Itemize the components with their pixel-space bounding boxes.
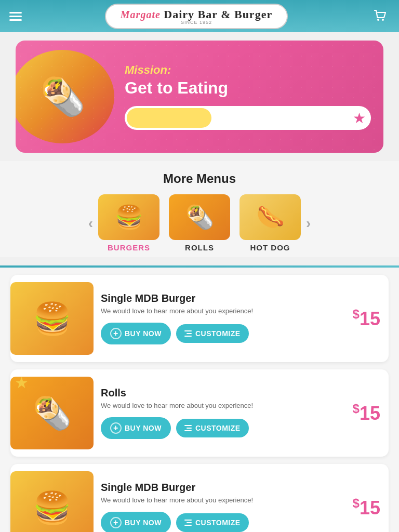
sliders-icon-2 [184,425,192,431]
customize-button-1[interactable]: CUSTOMIZE [176,324,249,343]
carousel-right-arrow[interactable]: › [301,215,316,232]
menu-item-hotdog-image: 🌭 [240,194,301,240]
food-card-3-price: $15 [353,496,380,519]
plus-icon-3: + [110,517,122,528]
plus-icon-2: + [110,422,122,434]
logo-text: Margate Dairy Bar & Burger [121,8,272,21]
hero-tagline: Get to Eating [125,79,371,97]
menu-item-burgers[interactable]: 🍔 BURGERS [98,194,159,252]
svg-point-1 [382,19,384,21]
svg-point-0 [377,19,379,21]
menu-item-hotdog[interactable]: 🌭 HOT DOG [240,194,301,252]
food-card-1-desc: We would love to hear more about you exp… [101,307,348,316]
hero-star-icon: ★ [353,109,366,126]
food-card-2: ★ 🌯 Rolls We would love to hear more abo… [10,369,389,457]
hero-mission: Mission: [125,63,371,77]
customize-label-3: CUSTOMIZE [195,518,241,527]
food-card-2-price: $15 [353,402,380,424]
buy-now-label-3: BUY NOW [125,518,162,527]
sliders-icon-3 [184,520,192,526]
customize-button-2[interactable]: CUSTOMIZE [176,419,249,437]
hero-progress-bar: ★ [125,106,371,130]
food-card-1-image: 🍔 [10,282,94,355]
food-card-2-desc: We would love to hear more about you exp… [101,401,348,410]
menu-item-burgers-image: 🍔 [98,194,159,240]
food-card-1-info: Single MDB Burger We would love to hear … [101,292,348,344]
food-card-1-actions: + BUY NOW CUSTOMIZE [101,323,348,344]
buy-now-button-3[interactable]: + BUY NOW [101,512,171,532]
more-menus-section: More Menus ‹ 🍔 BURGERS 🌯 ROLLS 🌭 HOT DOG… [0,161,399,257]
food-list: 🍔 Single MDB Burger We would love to hea… [0,268,399,532]
menu-item-rolls-label: ROLLS [185,243,214,252]
logo-name: Dairy Bar & Burger [164,8,272,21]
food-card-2-actions: + BUY NOW CUSTOMIZE [101,417,348,439]
hero-content: Mission: Get to Eating ★ [114,63,371,129]
food-card-1-price: $15 [353,307,380,330]
buy-now-button-2[interactable]: + BUY NOW [101,417,171,439]
buy-now-button-1[interactable]: + BUY NOW [101,323,171,344]
cart-icon[interactable] [371,7,390,25]
food-card-3-info: Single MDB Burger We would love to hear … [101,482,348,532]
menu-icon[interactable] [9,12,22,21]
hero-banner: 🌯 Mission: Get to Eating ★ [16,41,383,153]
food-card-3-name: Single MDB Burger [101,482,348,494]
food-card-1-name: Single MDB Burger [101,292,348,304]
logo-brand: Margate [121,9,161,20]
food-card-1: 🍔 Single MDB Burger We would love to hea… [10,275,389,362]
plus-icon-1: + [110,328,122,339]
food-card-3-image: 🍔 [10,471,94,532]
food-card-2-info: Rolls We would love to hear more about y… [101,387,348,438]
favorite-icon-2: ★ [15,377,29,392]
logo-container: Margate Dairy Bar & Burger SINCE 1952 [105,4,288,29]
app-header: Margate Dairy Bar & Burger SINCE 1952 [0,0,399,32]
buy-now-label-1: BUY NOW [125,329,162,338]
more-menus-title: More Menus [5,171,394,186]
sliders-icon-1 [184,330,192,337]
buy-now-label-2: BUY NOW [125,424,162,432]
menu-item-rolls-image: 🌯 [169,194,230,240]
customize-label-2: CUSTOMIZE [195,424,241,432]
customize-label-1: CUSTOMIZE [195,329,241,338]
food-card-3: 🍔 Single MDB Burger We would love to hea… [10,464,389,532]
menu-carousel: ‹ 🍔 BURGERS 🌯 ROLLS 🌭 HOT DOG › [5,194,394,252]
menu-item-burgers-label: BURGERS [108,243,150,252]
food-card-3-desc: We would love to hear more about you exp… [101,496,348,505]
menu-item-hotdog-label: HOT DOG [250,243,290,252]
food-card-2-name: Rolls [101,387,348,399]
menu-item-rolls[interactable]: 🌯 ROLLS [169,194,230,252]
food-card-2-image: ★ 🌯 [10,377,94,449]
customize-button-3[interactable]: CUSTOMIZE [176,513,249,532]
hero-progress-fill [127,108,211,128]
carousel-left-arrow[interactable]: ‹ [83,215,98,232]
food-card-3-actions: + BUY NOW CUSTOMIZE [101,512,348,532]
menu-items: 🍔 BURGERS 🌯 ROLLS 🌭 HOT DOG [98,194,301,252]
hero-food-image: 🌯 [16,50,114,143]
